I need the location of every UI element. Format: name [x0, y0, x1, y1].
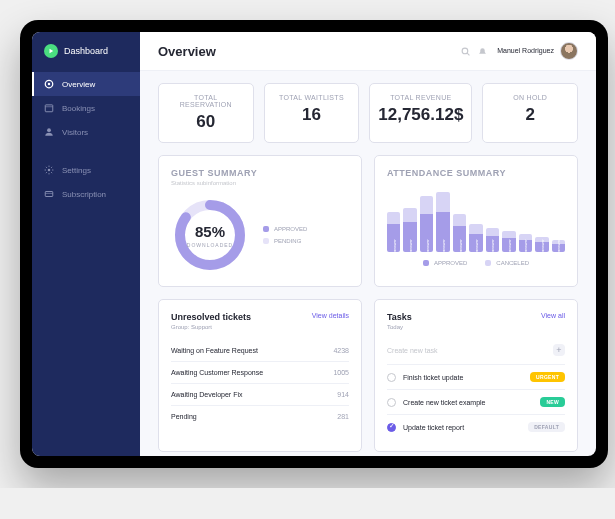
stat-card[interactable]: ON HOLD 2: [482, 83, 578, 143]
avatar: [560, 42, 578, 60]
task-create-row: Create new task +: [387, 338, 565, 362]
attendance-legend: APPROVED CANCELED: [387, 260, 565, 266]
attendance-bar: answer: [502, 231, 515, 252]
legend-dot-icon: [263, 226, 269, 232]
bar-label: answer: [473, 239, 478, 252]
ticket-list: Waiting on Feature Request 4238 Awaiting…: [171, 340, 349, 427]
stat-value: 12,756.12$: [378, 105, 463, 125]
bar-label: answer: [457, 239, 462, 252]
sidebar-item-visitors[interactable]: Visitors: [32, 120, 140, 144]
legend-item: PENDING: [263, 238, 307, 244]
attendance-bar: answer: [519, 234, 532, 252]
stat-card[interactable]: TOTAL RESERVATION 60: [158, 83, 254, 143]
header-right: Manuel Rodriguez: [461, 42, 578, 60]
sidebar-item-label: Visitors: [62, 128, 88, 137]
legend-label: PENDING: [274, 238, 301, 244]
legend-label: APPROVED: [274, 226, 307, 232]
svg-marker-0: [50, 49, 54, 54]
bookings-icon: [44, 103, 54, 113]
sidebar-item-label: Settings: [62, 166, 91, 175]
stat-card[interactable]: TOTAL REVENUE 12,756.12$: [369, 83, 472, 143]
svg-rect-7: [45, 192, 53, 197]
bar-label: answer: [506, 239, 511, 252]
ticket-row[interactable]: Awaiting Customer Response 1005: [171, 361, 349, 383]
task-list: Finish ticket update URGENT Create new t…: [387, 364, 565, 439]
sidebar-item-subscription[interactable]: Subscription: [32, 182, 140, 206]
attendance-bar: answer: [535, 237, 548, 252]
task-name: Update ticket report: [403, 424, 521, 431]
svg-point-2: [48, 83, 51, 86]
bell-icon[interactable]: [478, 47, 487, 56]
stats-row: TOTAL RESERVATION 60 TOTAL WAITLISTS 16 …: [158, 83, 578, 143]
visitors-icon: [44, 127, 54, 137]
stat-label: TOTAL RESERVATION: [167, 94, 245, 108]
ticket-name: Waiting on Feature Request: [171, 347, 258, 354]
user-name: Manuel Rodriguez: [497, 47, 554, 55]
bar-label: answer: [424, 239, 429, 252]
ticket-row[interactable]: Awaiting Developer Fix 914: [171, 383, 349, 405]
tasks-title: Tasks: [387, 312, 412, 322]
task-badge: DEFAULT: [528, 422, 565, 432]
svg-rect-3: [45, 105, 53, 112]
bar-label: answer: [523, 239, 528, 252]
subscription-icon: [44, 189, 54, 199]
stat-label: TOTAL WAITLISTS: [273, 94, 351, 101]
attendance-bar: answer: [387, 212, 400, 252]
bar-label: answer: [408, 239, 413, 252]
tickets-title: Unresolved tickets: [171, 312, 251, 322]
legend-item: APPROVED: [423, 260, 467, 266]
tasks-panel: Tasks Today View all Create new task + F…: [374, 299, 578, 452]
bar-canceled: [469, 224, 482, 234]
stat-card[interactable]: TOTAL WAITLISTS 16: [264, 83, 360, 143]
tickets-panel: Unresolved tickets Group: Support View d…: [158, 299, 362, 452]
legend-label: CANCELED: [496, 260, 529, 266]
bar-canceled: [453, 214, 466, 226]
task-name: Create new ticket example: [403, 399, 533, 406]
task-checkbox[interactable]: [387, 423, 396, 432]
legend-item: APPROVED: [263, 226, 307, 232]
guest-donut-chart: 85% DOWNLOADED: [171, 196, 249, 274]
legend-dot-icon: [423, 260, 429, 266]
ticket-row[interactable]: Pending 281: [171, 405, 349, 427]
guest-downloaded-label: DOWNLOADED: [187, 242, 233, 248]
sidebar-item-bookings[interactable]: Bookings: [32, 96, 140, 120]
attendance-chart: answer answer answer answer answer answe…: [387, 192, 565, 252]
ticket-name: Awaiting Developer Fix: [171, 391, 242, 398]
tasks-meta: Today: [387, 324, 412, 330]
guest-summary-panel: GUEST SUMMARY Statistics subinformation …: [158, 155, 362, 287]
brand: Dashboard: [32, 44, 140, 72]
search-icon[interactable]: [461, 47, 470, 56]
tickets-meta: Group: Support: [171, 324, 251, 330]
screen: Dashboard Overview Bookings Visitors Set…: [32, 32, 596, 456]
task-checkbox[interactable]: [387, 398, 396, 407]
legend-dot-icon: [263, 238, 269, 244]
bar-canceled: [420, 196, 433, 214]
add-task-button[interactable]: +: [553, 344, 565, 356]
task-row: Finish ticket update URGENT: [387, 364, 565, 389]
sidebar-item-settings[interactable]: Settings: [32, 158, 140, 182]
ticket-count: 4238: [333, 347, 349, 354]
sidebar-item-overview[interactable]: Overview: [32, 72, 140, 96]
overview-icon: [44, 79, 54, 89]
ticket-name: Awaiting Customer Response: [171, 369, 263, 376]
attendance-bar: answer: [486, 228, 499, 252]
ticket-row[interactable]: Waiting on Feature Request 4238: [171, 340, 349, 361]
svg-line-10: [467, 53, 469, 55]
attendance-bar: answer: [469, 224, 482, 252]
bar-canceled: [486, 228, 499, 236]
brand-logo-icon: [44, 44, 58, 58]
user[interactable]: Manuel Rodriguez: [497, 42, 578, 60]
stat-label: ON HOLD: [491, 94, 569, 101]
bar-canceled: [436, 192, 449, 212]
tickets-view-details-link[interactable]: View details: [312, 312, 349, 319]
task-badge: URGENT: [530, 372, 565, 382]
svg-point-5: [47, 128, 51, 132]
tasks-view-all-link[interactable]: View all: [541, 312, 565, 319]
ticket-count: 281: [337, 413, 349, 420]
attendance-bar: answer: [420, 196, 433, 252]
guest-legend: APPROVED PENDING: [263, 226, 307, 244]
attendance-bar: answer: [453, 214, 466, 252]
svg-point-9: [462, 48, 468, 54]
task-badge: NEW: [540, 397, 565, 407]
task-checkbox[interactable]: [387, 373, 396, 382]
